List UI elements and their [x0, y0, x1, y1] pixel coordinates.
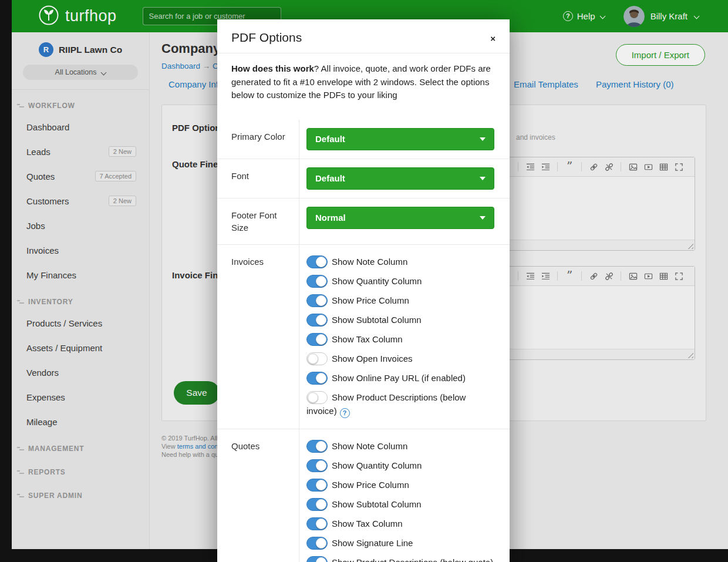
toggle-row: Show Price Column: [306, 478, 494, 492]
toggle-label: Show Product Descriptions (below invoice…: [306, 392, 466, 416]
selected-value: Default: [315, 134, 345, 144]
toggle-label: Show Subtotal Column: [332, 499, 422, 509]
toggle-row: Show Subtotal Column: [306, 313, 494, 327]
modal-title: PDF Options: [231, 31, 302, 45]
invoices-label: Invoices: [217, 245, 299, 429]
toggle-show-price-column-quotes[interactable]: [306, 479, 328, 492]
toggle-label: Show Signature Line: [332, 538, 413, 548]
toggle-row: Show Open Invoices: [306, 352, 494, 365]
caret-down-icon: [480, 216, 486, 220]
primary-color-label: Primary Color: [217, 120, 299, 159]
help-circle-icon[interactable]: ?: [340, 408, 350, 418]
toggle-label: Show Quantity Column: [332, 276, 422, 286]
pdf-options-modal: PDF Options × How does this work? All in…: [217, 19, 510, 562]
toggle-row: Show Product Descriptions (below invoice…: [306, 391, 494, 418]
row-quotes: Quotes Show Note Column Show Quantity Co…: [217, 429, 510, 562]
toggle-label: Show Open Invoices: [332, 354, 413, 364]
toggle-show-tax-column[interactable]: [306, 333, 328, 346]
intro-bold: How does this work: [231, 63, 314, 73]
toggle-show-note-column-quotes[interactable]: [306, 440, 328, 453]
toggle-row: Show Signature Line: [306, 536, 494, 550]
toggle-label: Show Note Column: [332, 257, 407, 267]
toggle-row: Show Online Pay URL (if enabled): [306, 371, 494, 385]
font-label: Font: [217, 159, 299, 198]
toggle-row: Show Quantity Column: [306, 274, 494, 288]
toggle-show-note-column[interactable]: [306, 255, 328, 268]
modal-header: PDF Options ×: [217, 19, 510, 53]
toggle-show-online-pay-url[interactable]: [306, 372, 328, 385]
toggle-row: Show Note Column: [306, 439, 494, 453]
quotes-label: Quotes: [217, 429, 299, 562]
close-icon[interactable]: ×: [490, 34, 496, 43]
toggle-show-subtotal-column-quotes[interactable]: [306, 498, 328, 511]
toggle-show-subtotal-column[interactable]: [306, 314, 328, 327]
row-footer-font-size: Footer Font Size Normal: [217, 198, 510, 245]
toggle-show-signature-line[interactable]: [306, 537, 328, 550]
toggle-show-product-descriptions-invoice[interactable]: [306, 391, 328, 404]
row-primary-color: Primary Color Default: [217, 120, 510, 159]
primary-color-select[interactable]: Default: [306, 128, 494, 150]
toggle-show-open-invoices[interactable]: [306, 352, 328, 365]
toggle-row: Show Subtotal Column: [306, 497, 494, 511]
toggle-label: Show Product Descriptions (below quote): [332, 557, 493, 562]
toggle-label: Show Online Pay URL (if enabled): [332, 373, 466, 383]
row-font: Font Default: [217, 159, 510, 198]
toggle-label: Show Price Column: [332, 295, 409, 305]
toggle-row: Show Price Column: [306, 294, 494, 307]
footer-font-size-select[interactable]: Normal: [306, 207, 494, 229]
toggle-show-quantity-column-quotes[interactable]: [306, 459, 328, 472]
toggle-label: Show Note Column: [332, 441, 407, 451]
toggle-label: Show Tax Column: [332, 334, 403, 344]
toggle-show-product-descriptions-quote[interactable]: [306, 556, 328, 562]
toggle-label: Show Tax Column: [332, 519, 403, 529]
selected-value: Default: [315, 173, 345, 183]
modal-intro: How does this work? All invoice, quote, …: [217, 53, 510, 120]
row-invoices: Invoices Show Note Column Show Quantity …: [217, 245, 510, 429]
toggle-label: Show Price Column: [332, 480, 409, 490]
caret-down-icon: [480, 177, 486, 180]
selected-value: Normal: [315, 213, 346, 223]
caret-down-icon: [480, 137, 486, 141]
toggle-label: Show Subtotal Column: [332, 315, 422, 325]
toggle-show-price-column[interactable]: [306, 294, 328, 307]
toggle-row: Show Note Column: [306, 255, 494, 268]
toggle-row: Show Product Descriptions (below quote) …: [306, 556, 494, 562]
toggle-label: Show Quantity Column: [332, 460, 422, 470]
footer-font-size-label: Footer Font Size: [217, 198, 299, 244]
toggle-row: Show Quantity Column: [306, 459, 494, 472]
toggle-row: Show Tax Column: [306, 332, 494, 346]
toggle-row: Show Tax Column: [306, 517, 494, 530]
toggle-show-quantity-column[interactable]: [306, 275, 328, 288]
toggle-show-tax-column-quotes[interactable]: [306, 517, 328, 530]
font-select[interactable]: Default: [306, 167, 494, 190]
